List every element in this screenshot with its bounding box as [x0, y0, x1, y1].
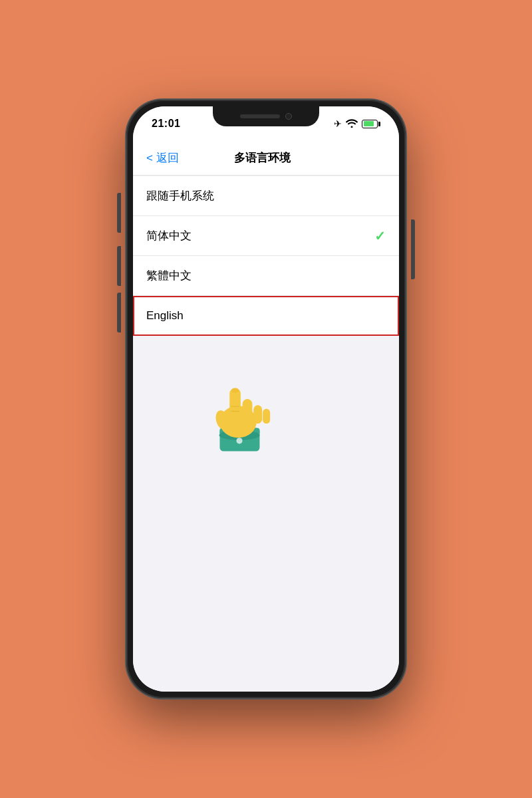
- svg-point-4: [219, 406, 256, 438]
- svg-rect-0: [219, 428, 259, 451]
- empty-area: [133, 336, 399, 692]
- battery-icon: [362, 120, 380, 128]
- svg-point-2: [219, 430, 260, 440]
- follow-system-label: 跟随手机系统: [146, 188, 214, 203]
- camera: [285, 113, 292, 120]
- language-list: 跟随手机系统 简体中文 ✓ 繁體中文 English: [133, 176, 399, 336]
- phone-frame: 21:01 ✈: [126, 100, 406, 698]
- status-bar: 21:01 ✈: [133, 106, 399, 141]
- airplane-icon: ✈: [334, 118, 342, 129]
- speaker: [240, 114, 280, 118]
- back-button[interactable]: < 返回: [146, 150, 179, 166]
- list-item-follow-system[interactable]: 跟随手机系统: [133, 176, 399, 216]
- english-label: English: [146, 309, 184, 323]
- svg-rect-6: [243, 399, 253, 422]
- status-icons: ✈: [334, 118, 380, 130]
- simplified-chinese-label: 简体中文: [146, 228, 192, 243]
- list-item-traditional-chinese[interactable]: 繁體中文: [133, 256, 399, 296]
- cursor-hand-icon: [200, 376, 279, 456]
- nav-bar: < 返回 多语言环境: [133, 141, 399, 176]
- list-item-english[interactable]: English: [133, 296, 399, 336]
- svg-rect-5: [229, 388, 241, 420]
- svg-point-12: [231, 388, 239, 392]
- selected-checkmark: ✓: [374, 228, 386, 244]
- wifi-icon: [346, 118, 358, 130]
- back-label: < 返回: [146, 150, 179, 166]
- phone-screen: 21:01 ✈: [133, 106, 399, 692]
- page-title: 多语言环境: [179, 150, 346, 166]
- svg-rect-1: [219, 428, 259, 435]
- status-time: 21:01: [152, 118, 180, 130]
- svg-rect-7: [253, 405, 262, 424]
- svg-point-3: [236, 438, 242, 444]
- traditional-chinese-label: 繁體中文: [146, 268, 192, 283]
- notch: [213, 106, 319, 126]
- svg-rect-8: [263, 409, 270, 424]
- list-item-simplified-chinese[interactable]: 简体中文 ✓: [133, 216, 399, 256]
- svg-point-9: [213, 409, 230, 431]
